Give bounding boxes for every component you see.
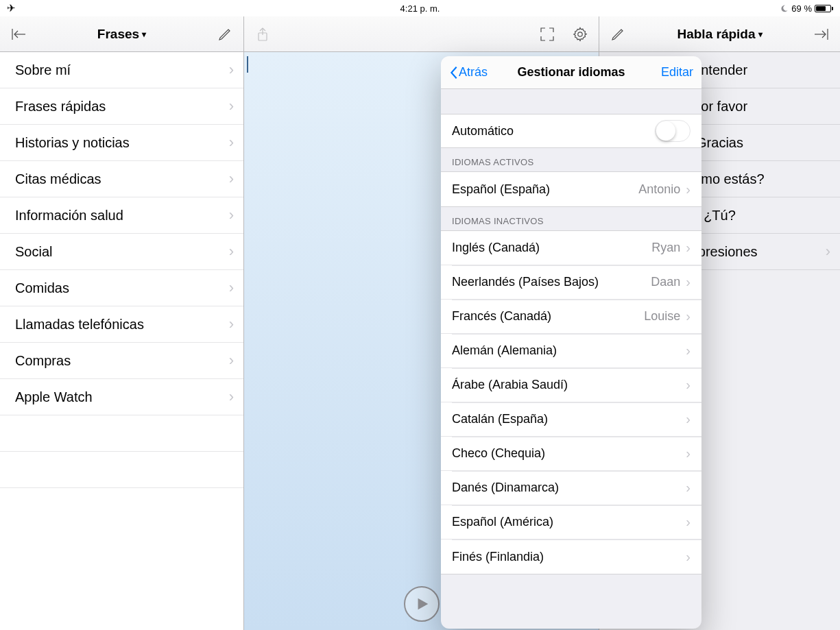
caret-down-icon: ▾	[142, 29, 146, 39]
sidebar-item-label: Social	[15, 244, 52, 260]
sidebar-item-label: Compras	[15, 353, 71, 369]
chevron-right-icon: ›	[686, 480, 691, 496]
edit-button[interactable]: Editar	[661, 65, 693, 80]
edit-right-icon[interactable]	[609, 25, 627, 43]
chevron-right-icon: ›	[686, 514, 691, 530]
chevron-right-icon: ›	[826, 243, 830, 261]
sidebar-item[interactable]: Apple Watch›	[0, 379, 243, 415]
language-row[interactable]: Danés (Dinamarca)›	[441, 471, 701, 505]
right-title-button[interactable]: Habla rápida ▾	[677, 27, 762, 42]
sidebar-item[interactable]: Frases rápidas›	[0, 88, 243, 125]
voice-name: Ryan	[651, 241, 680, 255]
language-row[interactable]: Inglés (Canadá)Ryan›	[441, 231, 701, 265]
sidebar-item[interactable]: Social›	[0, 234, 243, 270]
language-row[interactable]: Español (España)Antonio›	[441, 172, 701, 206]
right-header: Habla rápida ▾	[599, 16, 840, 52]
manage-languages-popover: Atrás Gestionar idiomas Editar Automátic…	[441, 56, 701, 629]
language-row[interactable]: Finés (Finlandia)›	[441, 540, 701, 574]
back-button[interactable]: Atrás	[449, 65, 488, 80]
language-row[interactable]: Alemán (Alemania)›	[441, 334, 701, 368]
sidebar-item[interactable]: Comidas›	[0, 270, 243, 306]
sidebar-item-label: Citas médicas	[15, 171, 101, 187]
chevron-right-icon: ›	[229, 352, 234, 369]
status-bar: ✈︎ 4:21 p. m. 69 %	[0, 0, 840, 16]
popover-header: Atrás Gestionar idiomas Editar	[441, 56, 701, 89]
sidebar-item-label: Apple Watch	[15, 389, 93, 405]
chevron-right-icon: ›	[229, 243, 234, 261]
voice-name: Daan	[651, 275, 680, 289]
language-name: Alemán (Alemania)	[452, 343, 686, 358]
text-cursor	[247, 56, 248, 73]
language-name: Español (España)	[452, 182, 638, 197]
language-row[interactable]: Español (América)›	[441, 505, 701, 540]
language-name: Inglés (Canadá)	[452, 241, 651, 255]
sidebar-item[interactable]: Información salud›	[0, 197, 243, 234]
language-name: Finés (Finlandia)	[452, 550, 686, 564]
sidebar-item-label: Sobre mí	[15, 62, 71, 78]
sidebar-item[interactable]: Compras›	[0, 343, 243, 379]
active-languages-group: Español (España)Antonio›	[441, 171, 701, 207]
language-name: Árabe (Arabia Saudí)	[452, 378, 686, 392]
chevron-right-icon: ›	[686, 377, 691, 393]
voice-name: Louise	[644, 309, 680, 324]
chevron-right-icon: ›	[229, 388, 234, 406]
quick-phrase-label: ¿Tú?	[704, 208, 736, 223]
chevron-right-icon: ›	[229, 206, 234, 224]
play-button[interactable]	[404, 586, 440, 622]
middle-panel: Atrás Gestionar idiomas Editar Automátic…	[244, 16, 599, 630]
automatic-switch[interactable]	[655, 120, 691, 142]
language-name: Español (América)	[452, 515, 686, 529]
chevron-right-icon: ›	[686, 274, 691, 290]
sidebar-item-label: Información salud	[15, 208, 123, 223]
language-row[interactable]: Árabe (Arabia Saudí)›	[441, 368, 701, 402]
sidebar-item-label: Frases rápidas	[15, 99, 106, 114]
chevron-right-icon: ›	[229, 97, 234, 115]
language-name: Danés (Dinamarca)	[452, 481, 686, 495]
sidebar-item[interactable]: Sobre mí›	[0, 52, 243, 88]
automatic-toggle-row[interactable]: Automático	[441, 114, 701, 148]
middle-header	[244, 16, 599, 52]
quick-phrase-label: Gracias	[696, 135, 743, 151]
inactive-section-header: IDIOMAS INACTIVOS	[441, 207, 701, 230]
left-panel: Frases ▾ Sobre mí›Frases rápidas›Histori…	[0, 16, 244, 630]
chevron-right-icon: ›	[229, 170, 234, 188]
chevron-right-icon: ›	[686, 240, 691, 256]
chevron-right-icon: ›	[229, 315, 234, 333]
sidebar-item-label: Llamadas telefónicas	[15, 317, 144, 332]
chevron-right-icon: ›	[686, 549, 691, 565]
left-title-button[interactable]: Frases ▾	[97, 27, 146, 42]
settings-gear-icon[interactable]	[571, 25, 589, 43]
sidebar-item[interactable]: Llamadas telefónicas›	[0, 306, 243, 343]
language-row[interactable]: Catalán (España)›	[441, 402, 701, 437]
sidebar-item[interactable]: Citas médicas›	[0, 161, 243, 197]
battery-percent: 69 %	[791, 3, 812, 14]
active-section-header: IDIOMAS ACTIVOS	[441, 148, 701, 171]
chevron-right-icon: ›	[229, 279, 234, 297]
language-row[interactable]: Francés (Canadá)Louise›	[441, 300, 701, 334]
left-list: Sobre mí›Frases rápidas›Historias y noti…	[0, 52, 243, 630]
do-not-disturb-icon	[780, 4, 789, 13]
collapse-left-icon[interactable]	[10, 25, 27, 43]
inactive-languages-group: Inglés (Canadá)Ryan›Neerlandés (Países B…	[441, 230, 701, 574]
expand-icon[interactable]	[538, 25, 556, 43]
automatic-label: Automático	[452, 124, 655, 138]
sidebar-item-label: Historias y noticias	[15, 135, 130, 151]
chevron-right-icon: ›	[686, 308, 691, 324]
chevron-right-icon: ›	[686, 182, 691, 197]
language-row[interactable]: Neerlandés (Países Bajos)Daan›	[441, 265, 701, 300]
back-label: Atrás	[459, 65, 488, 80]
voice-name: Antonio	[638, 182, 680, 197]
chevron-right-icon: ›	[229, 134, 234, 152]
left-title: Frases	[97, 27, 139, 42]
sidebar-item[interactable]: Historias y noticias›	[0, 125, 243, 161]
share-icon	[254, 25, 272, 43]
chevron-right-icon: ›	[686, 446, 691, 461]
chevron-right-icon: ›	[686, 343, 691, 359]
right-title: Habla rápida	[677, 27, 755, 42]
battery-icon	[815, 5, 833, 12]
chevron-right-icon: ›	[686, 411, 691, 427]
edit-left-icon[interactable]	[216, 25, 234, 43]
svg-point-4	[578, 32, 582, 36]
collapse-right-icon[interactable]	[813, 25, 830, 43]
language-row[interactable]: Checo (Chequia)›	[441, 437, 701, 471]
